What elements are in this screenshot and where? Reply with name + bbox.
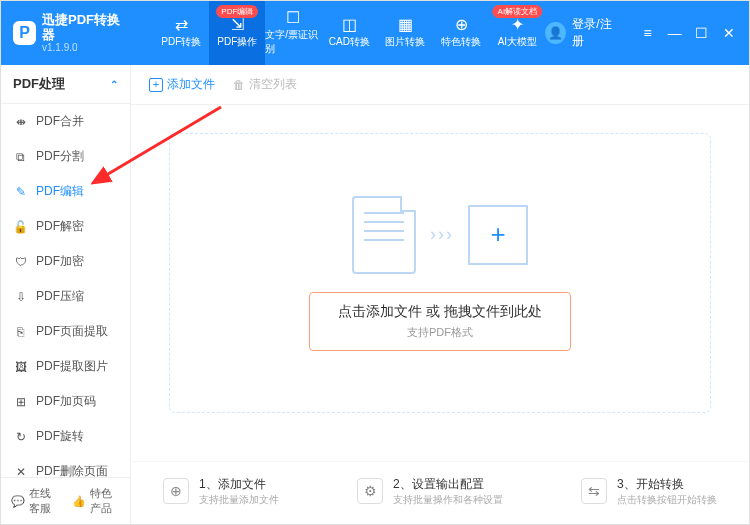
maximize-icon[interactable]: ☐ — [691, 22, 712, 44]
nav-cad[interactable]: ◫CAD转换 — [321, 1, 377, 65]
app-title: 迅捷PDF转换器 — [42, 13, 129, 42]
nav-special[interactable]: ⊕特色转换 — [433, 1, 489, 65]
steps-bar: ⊕1、添加文件支持批量添加文件 ⚙2、设置输出配置支持批量操作和各种设置 ⇆3、… — [131, 461, 749, 524]
drop-hint-sub: 支持PDF格式 — [338, 325, 542, 340]
login-link[interactable]: 登录/注册 — [572, 16, 621, 50]
arrow-dots-icon: ››› — [430, 224, 454, 245]
top-nav: ⇄PDF转换 PDF编辑⇲PDF操作 ☐文字/票证识别 ◫CAD转换 ▦图片转换… — [153, 1, 545, 65]
sidebar-item-merge[interactable]: ⇼PDF合并 — [1, 104, 130, 139]
merge-icon: ⇼ — [13, 115, 28, 129]
trash-icon: 🗑 — [233, 78, 245, 92]
logo-icon: P — [13, 21, 36, 45]
sidebar-footer: 💬 在线客服 👍 特色产品 — [1, 477, 130, 524]
title-bar: P 迅捷PDF转换器 v1.1.9.0 ⇄PDF转换 PDF编辑⇲PDF操作 ☐… — [1, 1, 749, 65]
step-2: ⚙2、设置输出配置支持批量操作和各种设置 — [357, 476, 503, 506]
sidebar-item-rotate[interactable]: ↻PDF旋转 — [1, 419, 130, 454]
minimize-icon[interactable]: — — [664, 22, 685, 44]
avatar-icon[interactable]: 👤 — [545, 22, 566, 44]
drop-hint-box: 点击添加文件 或 拖拽文件到此处 支持PDF格式 — [309, 292, 571, 351]
nav-ai[interactable]: AI解读文档✦AI大模型 — [489, 1, 545, 65]
clear-list-button[interactable]: 🗑清空列表 — [233, 76, 297, 93]
support-link[interactable]: 💬 在线客服 — [11, 486, 60, 516]
plus-icon: + — [149, 78, 163, 92]
step-3: ⇆3、开始转换点击转换按钮开始转换 — [581, 476, 717, 506]
cad-icon: ◫ — [342, 17, 357, 33]
ai-icon: ✦ — [511, 17, 524, 33]
document-icon — [352, 196, 416, 274]
sidebar-item-split[interactable]: ⧉PDF分割 — [1, 139, 130, 174]
drop-hint-title: 点击添加文件 或 拖拽文件到此处 — [338, 303, 542, 321]
split-icon: ⧉ — [13, 150, 28, 164]
main-panel: +添加文件 🗑清空列表 ››› + 点击添加文件 或 拖拽文件到此处 支持PDF… — [131, 65, 749, 524]
swap-icon: ⇄ — [175, 17, 188, 33]
edit-icon: ✎ — [13, 185, 28, 199]
image-icon: ▦ — [398, 17, 413, 33]
extract-icon: ⎘ — [13, 325, 28, 339]
sidebar-item-edit[interactable]: ✎PDF编辑 — [1, 174, 130, 209]
sidebar-item-extract-page[interactable]: ⎘PDF页面提取 — [1, 314, 130, 349]
unlock-icon: 🔓 — [13, 220, 28, 234]
gear-icon: ⚙ — [357, 478, 383, 504]
nav-pdf-operate[interactable]: PDF编辑⇲PDF操作 — [209, 1, 265, 65]
special-icon: ⊕ — [455, 17, 468, 33]
menu-icon[interactable]: ≡ — [637, 22, 658, 44]
chevron-up-icon: ⌃ — [110, 79, 118, 90]
toolbar: +添加文件 🗑清空列表 — [131, 65, 749, 105]
sidebar-section-head[interactable]: PDF处理 ⌃ — [1, 65, 130, 104]
add-file-button[interactable]: +添加文件 — [149, 76, 215, 93]
nav-badge: PDF编辑 — [216, 5, 258, 18]
app-version: v1.1.9.0 — [42, 42, 129, 53]
delete-icon: ✕ — [13, 465, 28, 478]
add-box-icon: + — [468, 205, 528, 265]
sidebar-item-delete-page[interactable]: ✕PDF删除页面 — [1, 454, 130, 477]
shield-icon: 🛡 — [13, 255, 28, 269]
nav-image[interactable]: ▦图片转换 — [377, 1, 433, 65]
sidebar-item-page-number[interactable]: ⊞PDF加页码 — [1, 384, 130, 419]
tool-icon: ⇲ — [231, 17, 244, 33]
compress-icon: ⇩ — [13, 290, 28, 304]
close-icon[interactable]: ✕ — [718, 22, 739, 44]
sidebar-item-extract-image[interactable]: 🖼PDF提取图片 — [1, 349, 130, 384]
drop-illustration: ››› + — [352, 196, 528, 274]
sidebar-item-compress[interactable]: ⇩PDF压缩 — [1, 279, 130, 314]
featured-link[interactable]: 👍 特色产品 — [72, 486, 121, 516]
header-right: 👤 登录/注册 ≡ — ☐ ✕ — [545, 16, 739, 50]
add-file-icon: ⊕ — [163, 478, 189, 504]
step-1: ⊕1、添加文件支持批量添加文件 — [163, 476, 279, 506]
drop-zone[interactable]: ››› + 点击添加文件 或 拖拽文件到此处 支持PDF格式 — [169, 133, 711, 413]
sidebar-item-encrypt[interactable]: 🛡PDF加密 — [1, 244, 130, 279]
nav-pdf-convert[interactable]: ⇄PDF转换 — [153, 1, 209, 65]
page-number-icon: ⊞ — [13, 395, 28, 409]
sidebar: PDF处理 ⌃ ⇼PDF合并 ⧉PDF分割 ✎PDF编辑 🔓PDF解密 🛡PDF… — [1, 65, 131, 524]
convert-icon: ⇆ — [581, 478, 607, 504]
ocr-icon: ☐ — [286, 10, 300, 26]
rotate-icon: ↻ — [13, 430, 28, 444]
nav-badge: AI解读文档 — [493, 5, 543, 18]
sidebar-item-decrypt[interactable]: 🔓PDF解密 — [1, 209, 130, 244]
picture-icon: 🖼 — [13, 360, 28, 374]
app-logo: P 迅捷PDF转换器 v1.1.9.0 — [13, 13, 129, 53]
nav-ocr[interactable]: ☐文字/票证识别 — [265, 1, 321, 65]
